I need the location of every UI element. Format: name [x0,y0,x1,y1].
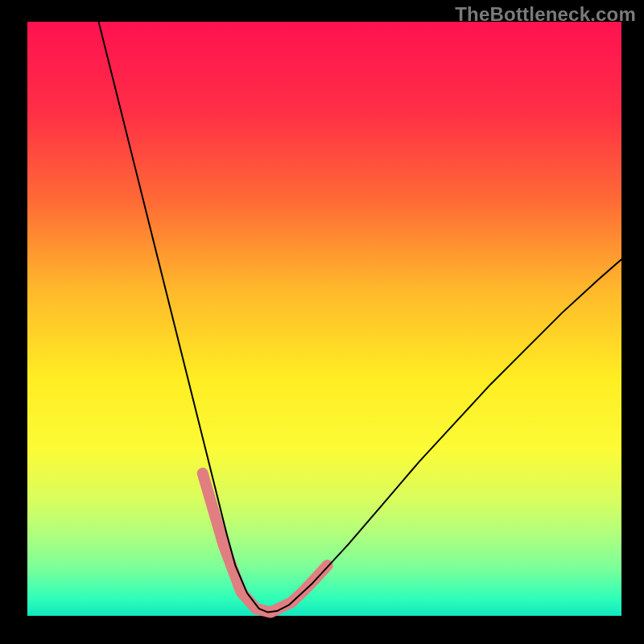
watermark-text: TheBottleneck.com [455,3,636,26]
series-curve [99,22,621,613]
chart-svg [0,0,644,644]
